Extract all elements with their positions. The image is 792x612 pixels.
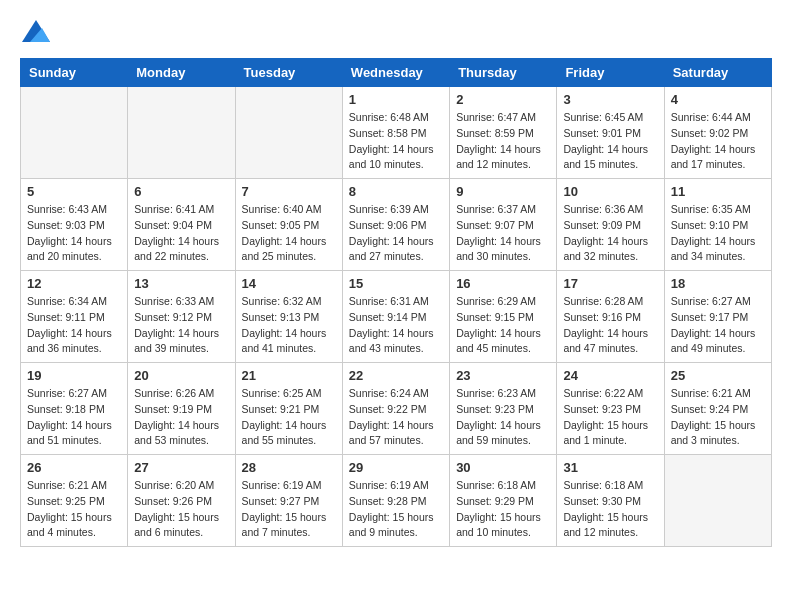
calendar-cell: 12Sunrise: 6:34 AMSunset: 9:11 PMDayligh…: [21, 271, 128, 363]
calendar-cell: 21Sunrise: 6:25 AMSunset: 9:21 PMDayligh…: [235, 363, 342, 455]
calendar-cell: 18Sunrise: 6:27 AMSunset: 9:17 PMDayligh…: [664, 271, 771, 363]
calendar-cell: 3Sunrise: 6:45 AMSunset: 9:01 PMDaylight…: [557, 87, 664, 179]
calendar-cell: 26Sunrise: 6:21 AMSunset: 9:25 PMDayligh…: [21, 455, 128, 547]
day-number: 4: [671, 92, 765, 107]
day-info: Sunrise: 6:20 AMSunset: 9:26 PMDaylight:…: [134, 478, 228, 541]
calendar-cell: [128, 87, 235, 179]
calendar-cell: 13Sunrise: 6:33 AMSunset: 9:12 PMDayligh…: [128, 271, 235, 363]
day-number: 17: [563, 276, 657, 291]
logo-icon: [22, 20, 50, 42]
day-info: Sunrise: 6:29 AMSunset: 9:15 PMDaylight:…: [456, 294, 550, 357]
day-number: 29: [349, 460, 443, 475]
day-number: 12: [27, 276, 121, 291]
calendar-cell: 9Sunrise: 6:37 AMSunset: 9:07 PMDaylight…: [450, 179, 557, 271]
calendar-cell: [664, 455, 771, 547]
day-info: Sunrise: 6:21 AMSunset: 9:24 PMDaylight:…: [671, 386, 765, 449]
calendar-cell: 22Sunrise: 6:24 AMSunset: 9:22 PMDayligh…: [342, 363, 449, 455]
day-info: Sunrise: 6:47 AMSunset: 8:59 PMDaylight:…: [456, 110, 550, 173]
calendar-cell: 23Sunrise: 6:23 AMSunset: 9:23 PMDayligh…: [450, 363, 557, 455]
calendar-cell: 19Sunrise: 6:27 AMSunset: 9:18 PMDayligh…: [21, 363, 128, 455]
day-number: 5: [27, 184, 121, 199]
day-info: Sunrise: 6:25 AMSunset: 9:21 PMDaylight:…: [242, 386, 336, 449]
day-number: 13: [134, 276, 228, 291]
calendar-week-row: 1Sunrise: 6:48 AMSunset: 8:58 PMDaylight…: [21, 87, 772, 179]
day-number: 23: [456, 368, 550, 383]
header-wednesday: Wednesday: [342, 59, 449, 87]
page-header: [20, 20, 772, 42]
day-info: Sunrise: 6:40 AMSunset: 9:05 PMDaylight:…: [242, 202, 336, 265]
calendar-cell: 7Sunrise: 6:40 AMSunset: 9:05 PMDaylight…: [235, 179, 342, 271]
calendar-cell: 30Sunrise: 6:18 AMSunset: 9:29 PMDayligh…: [450, 455, 557, 547]
day-number: 3: [563, 92, 657, 107]
day-info: Sunrise: 6:31 AMSunset: 9:14 PMDaylight:…: [349, 294, 443, 357]
calendar-cell: 24Sunrise: 6:22 AMSunset: 9:23 PMDayligh…: [557, 363, 664, 455]
day-info: Sunrise: 6:27 AMSunset: 9:18 PMDaylight:…: [27, 386, 121, 449]
calendar-cell: 27Sunrise: 6:20 AMSunset: 9:26 PMDayligh…: [128, 455, 235, 547]
day-number: 22: [349, 368, 443, 383]
header-friday: Friday: [557, 59, 664, 87]
day-number: 19: [27, 368, 121, 383]
day-number: 7: [242, 184, 336, 199]
calendar-week-row: 19Sunrise: 6:27 AMSunset: 9:18 PMDayligh…: [21, 363, 772, 455]
calendar-cell: 4Sunrise: 6:44 AMSunset: 9:02 PMDaylight…: [664, 87, 771, 179]
day-number: 1: [349, 92, 443, 107]
day-number: 27: [134, 460, 228, 475]
day-info: Sunrise: 6:18 AMSunset: 9:29 PMDaylight:…: [456, 478, 550, 541]
day-info: Sunrise: 6:26 AMSunset: 9:19 PMDaylight:…: [134, 386, 228, 449]
day-number: 14: [242, 276, 336, 291]
calendar-cell: 6Sunrise: 6:41 AMSunset: 9:04 PMDaylight…: [128, 179, 235, 271]
day-info: Sunrise: 6:44 AMSunset: 9:02 PMDaylight:…: [671, 110, 765, 173]
day-info: Sunrise: 6:21 AMSunset: 9:25 PMDaylight:…: [27, 478, 121, 541]
calendar-cell: 1Sunrise: 6:48 AMSunset: 8:58 PMDaylight…: [342, 87, 449, 179]
calendar-cell: 20Sunrise: 6:26 AMSunset: 9:19 PMDayligh…: [128, 363, 235, 455]
calendar-cell: 2Sunrise: 6:47 AMSunset: 8:59 PMDaylight…: [450, 87, 557, 179]
day-info: Sunrise: 6:48 AMSunset: 8:58 PMDaylight:…: [349, 110, 443, 173]
day-info: Sunrise: 6:33 AMSunset: 9:12 PMDaylight:…: [134, 294, 228, 357]
header-tuesday: Tuesday: [235, 59, 342, 87]
day-number: 11: [671, 184, 765, 199]
day-number: 21: [242, 368, 336, 383]
day-number: 16: [456, 276, 550, 291]
day-number: 8: [349, 184, 443, 199]
day-info: Sunrise: 6:45 AMSunset: 9:01 PMDaylight:…: [563, 110, 657, 173]
day-info: Sunrise: 6:37 AMSunset: 9:07 PMDaylight:…: [456, 202, 550, 265]
day-number: 18: [671, 276, 765, 291]
day-info: Sunrise: 6:22 AMSunset: 9:23 PMDaylight:…: [563, 386, 657, 449]
day-info: Sunrise: 6:41 AMSunset: 9:04 PMDaylight:…: [134, 202, 228, 265]
calendar-cell: 17Sunrise: 6:28 AMSunset: 9:16 PMDayligh…: [557, 271, 664, 363]
day-number: 15: [349, 276, 443, 291]
day-number: 26: [27, 460, 121, 475]
header-monday: Monday: [128, 59, 235, 87]
header-thursday: Thursday: [450, 59, 557, 87]
logo: [20, 20, 50, 42]
day-number: 2: [456, 92, 550, 107]
calendar-cell: 14Sunrise: 6:32 AMSunset: 9:13 PMDayligh…: [235, 271, 342, 363]
calendar-week-row: 26Sunrise: 6:21 AMSunset: 9:25 PMDayligh…: [21, 455, 772, 547]
calendar-cell: [235, 87, 342, 179]
day-info: Sunrise: 6:23 AMSunset: 9:23 PMDaylight:…: [456, 386, 550, 449]
day-number: 24: [563, 368, 657, 383]
day-info: Sunrise: 6:28 AMSunset: 9:16 PMDaylight:…: [563, 294, 657, 357]
calendar-table: SundayMondayTuesdayWednesdayThursdayFrid…: [20, 58, 772, 547]
day-info: Sunrise: 6:32 AMSunset: 9:13 PMDaylight:…: [242, 294, 336, 357]
day-number: 25: [671, 368, 765, 383]
day-info: Sunrise: 6:18 AMSunset: 9:30 PMDaylight:…: [563, 478, 657, 541]
calendar-cell: 15Sunrise: 6:31 AMSunset: 9:14 PMDayligh…: [342, 271, 449, 363]
day-number: 6: [134, 184, 228, 199]
day-info: Sunrise: 6:43 AMSunset: 9:03 PMDaylight:…: [27, 202, 121, 265]
day-info: Sunrise: 6:19 AMSunset: 9:28 PMDaylight:…: [349, 478, 443, 541]
day-info: Sunrise: 6:39 AMSunset: 9:06 PMDaylight:…: [349, 202, 443, 265]
day-info: Sunrise: 6:36 AMSunset: 9:09 PMDaylight:…: [563, 202, 657, 265]
day-number: 9: [456, 184, 550, 199]
calendar-cell: 31Sunrise: 6:18 AMSunset: 9:30 PMDayligh…: [557, 455, 664, 547]
calendar-cell: 28Sunrise: 6:19 AMSunset: 9:27 PMDayligh…: [235, 455, 342, 547]
day-number: 31: [563, 460, 657, 475]
calendar-cell: 5Sunrise: 6:43 AMSunset: 9:03 PMDaylight…: [21, 179, 128, 271]
calendar-cell: 10Sunrise: 6:36 AMSunset: 9:09 PMDayligh…: [557, 179, 664, 271]
day-number: 30: [456, 460, 550, 475]
calendar-header-row: SundayMondayTuesdayWednesdayThursdayFrid…: [21, 59, 772, 87]
day-number: 28: [242, 460, 336, 475]
day-info: Sunrise: 6:27 AMSunset: 9:17 PMDaylight:…: [671, 294, 765, 357]
calendar-cell: 25Sunrise: 6:21 AMSunset: 9:24 PMDayligh…: [664, 363, 771, 455]
day-info: Sunrise: 6:34 AMSunset: 9:11 PMDaylight:…: [27, 294, 121, 357]
